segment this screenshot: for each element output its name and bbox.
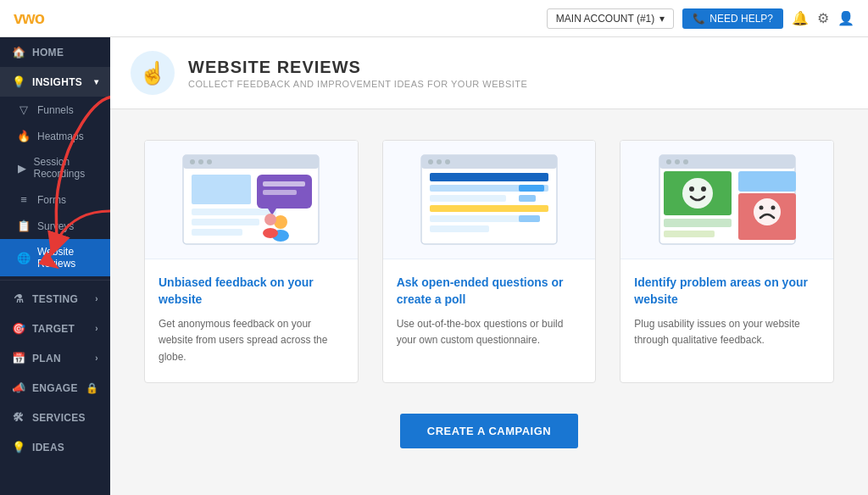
sidebar-ideas-label: IDEAS <box>32 442 64 453</box>
session-recordings-icon: ▶ <box>17 162 26 175</box>
svg-point-42 <box>759 206 763 210</box>
svg-point-2 <box>190 159 195 164</box>
vwo-logo: vwo <box>14 8 44 28</box>
svg-point-3 <box>198 159 203 164</box>
sidebar-item-target[interactable]: 🎯 TARGET › <box>0 314 110 343</box>
website-reviews-icon: 🌐 <box>17 252 31 264</box>
page-header: ☝ WEBSITE REVIEWS COLLECT FEEDBACK AND I… <box>110 37 868 109</box>
svg-rect-46 <box>664 231 715 237</box>
surveys-icon: 📋 <box>17 220 31 232</box>
svg-point-35 <box>683 159 688 164</box>
gear-icon[interactable]: ⚙ <box>817 10 829 26</box>
svg-rect-27 <box>430 225 489 232</box>
svg-point-33 <box>666 159 671 164</box>
main-content: ☝ WEBSITE REVIEWS COLLECT FEEDBACK AND I… <box>110 37 868 495</box>
sidebar-home-label: HOME <box>32 47 64 58</box>
card-2-content: Ask open-ended questions or create a pol… <box>383 259 596 366</box>
card-1-title: Unbiased feedback on your website <box>159 275 344 308</box>
cards-row: Unbiased feedback on your website Get an… <box>144 140 834 383</box>
topbar-right: MAIN ACCOUNT (#1) ▾ 📞 NEED HELP? 🔔 ⚙ 👤 <box>547 8 854 29</box>
svg-rect-25 <box>430 205 548 212</box>
svg-point-4 <box>207 159 212 164</box>
sidebar-item-insights[interactable]: 💡 INSIGHTS ▾ <box>0 67 110 97</box>
card-3-content: Identify problem areas on your website P… <box>620 259 833 366</box>
svg-point-34 <box>675 159 680 164</box>
card-3-title: Identify problem areas on your website <box>634 275 820 308</box>
sidebar-heatmaps-label: Heatmaps <box>37 131 84 142</box>
page-header-icon: ☝ <box>131 51 175 95</box>
sidebar-website-reviews-label: Website Reviews <box>37 246 98 270</box>
svg-rect-24 <box>430 195 506 202</box>
create-campaign-button[interactable]: CREATE A CAMPAIGN <box>400 414 578 448</box>
cta-area: CREATE A CAMPAIGN <box>144 414 834 448</box>
sidebar-services-label: SERVICES <box>32 412 86 424</box>
svg-rect-5 <box>192 175 251 204</box>
svg-rect-26 <box>430 215 523 222</box>
testing-icon: ⚗ <box>12 292 25 305</box>
sidebar-item-engage[interactable]: 📣 ENGAGE 🔒 <box>0 373 110 403</box>
sidebar-funnels-label: Funnels <box>37 104 74 116</box>
card-1-content: Unbiased feedback on your website Get an… <box>145 259 358 382</box>
sidebar: 🏠 HOME 💡 INSIGHTS ▾ ▽ Funnels 🔥 Heatmaps… <box>0 37 110 495</box>
sidebar-divider-1 <box>0 280 110 281</box>
svg-rect-29 <box>519 195 536 202</box>
card-1-desc: Get anonymous feedback on your website f… <box>159 316 344 365</box>
account-label: MAIN ACCOUNT (#1) <box>556 13 654 25</box>
page-header-text: WEBSITE REVIEWS COLLECT FEEDBACK AND IMP… <box>188 58 527 89</box>
layout: 🏠 HOME 💡 INSIGHTS ▾ ▽ Funnels 🔥 Heatmaps… <box>0 37 868 495</box>
plan-icon: 📅 <box>12 352 25 364</box>
sidebar-forms-label: Forms <box>37 194 66 206</box>
sidebar-item-session-recordings[interactable]: ▶ Session Recordings <box>0 149 110 186</box>
user-icon[interactable]: 👤 <box>837 10 854 26</box>
hand-pointer-icon: ☝ <box>139 60 166 86</box>
page-subtitle: COLLECT FEEDBACK AND IMPROVEMENT IDEAS F… <box>188 79 527 89</box>
phone-icon: 📞 <box>693 13 705 25</box>
svg-point-38 <box>689 186 694 192</box>
sidebar-session-recordings-label: Session Recordings <box>33 156 98 180</box>
forms-icon: ≡ <box>17 193 31 206</box>
sidebar-item-home[interactable]: 🏠 HOME <box>0 37 110 67</box>
topbar: vwo MAIN ACCOUNT (#1) ▾ 📞 NEED HELP? 🔔 ⚙… <box>0 0 868 37</box>
card-2-title: Ask open-ended questions or create a pol… <box>397 275 582 308</box>
svg-point-43 <box>771 206 775 210</box>
sidebar-item-website-reviews[interactable]: 🌐 Website Reviews <box>0 239 110 276</box>
home-icon: 🏠 <box>12 46 25 58</box>
need-help-label: NEED HELP? <box>709 13 773 25</box>
content-area: Unbiased feedback on your website Get an… <box>110 109 868 479</box>
svg-point-41 <box>754 198 781 225</box>
svg-rect-22 <box>430 173 548 181</box>
svg-rect-28 <box>519 185 544 192</box>
card-open-ended: Ask open-ended questions or create a pol… <box>382 140 597 383</box>
sidebar-testing-label: TESTING <box>32 293 78 305</box>
sidebar-item-ideas[interactable]: 💡 IDEAS <box>0 432 110 462</box>
sidebar-insights-label: INSIGHTS <box>32 76 82 88</box>
svg-rect-11 <box>263 181 305 186</box>
services-icon: 🛠 <box>12 411 25 424</box>
ideas-icon: 💡 <box>12 441 25 453</box>
sidebar-item-services[interactable]: 🛠 SERVICES <box>0 403 110 432</box>
card-unbiased-feedback: Unbiased feedback on your website Get an… <box>144 140 359 383</box>
account-button[interactable]: MAIN ACCOUNT (#1) ▾ <box>547 8 674 29</box>
card-3-illustration <box>620 141 833 259</box>
svg-rect-45 <box>664 219 732 227</box>
chevron-right-icon: › <box>95 294 98 303</box>
svg-point-39 <box>701 186 706 192</box>
need-help-button[interactable]: 📞 NEED HELP? <box>682 8 783 29</box>
sidebar-item-surveys[interactable]: 📋 Surveys <box>0 213 110 239</box>
sidebar-item-funnels[interactable]: ▽ Funnels <box>0 97 110 123</box>
card-2-illustration <box>383 141 596 259</box>
bell-icon[interactable]: 🔔 <box>792 10 809 26</box>
sidebar-item-forms[interactable]: ≡ Forms <box>0 186 110 213</box>
sidebar-item-plan[interactable]: 📅 PLAN › <box>0 343 110 373</box>
sidebar-item-testing[interactable]: ⚗ TESTING › <box>0 284 110 314</box>
sidebar-item-heatmaps[interactable]: 🔥 Heatmaps <box>0 123 110 149</box>
funnels-icon: ▽ <box>17 103 31 116</box>
page-title: WEBSITE REVIEWS <box>188 58 527 77</box>
card-3-desc: Plug usability issues on your website th… <box>634 316 820 348</box>
svg-rect-7 <box>192 219 259 225</box>
svg-point-19 <box>428 159 433 164</box>
svg-point-15 <box>264 214 276 225</box>
svg-point-20 <box>437 159 442 164</box>
svg-rect-30 <box>519 215 540 222</box>
card-1-illustration <box>145 141 358 259</box>
